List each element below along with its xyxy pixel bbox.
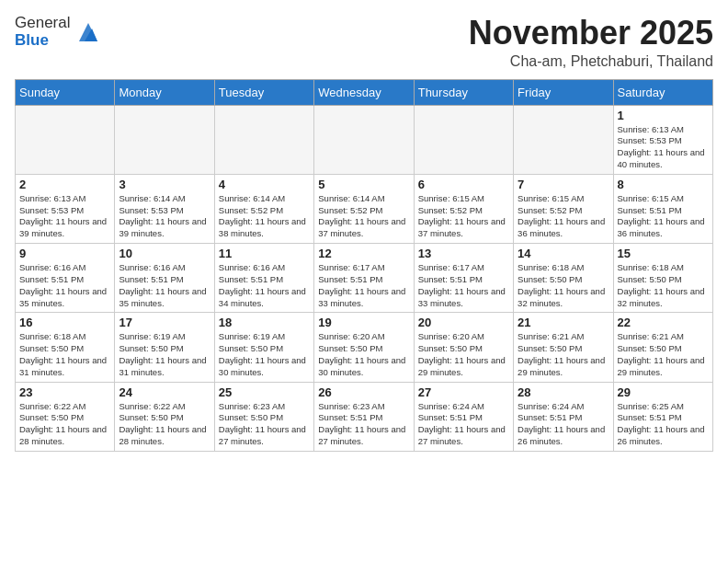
day-info: Sunrise: 6:19 AMSunset: 5:50 PMDaylight:…: [119, 331, 210, 378]
day-number: 21: [518, 316, 609, 329]
day-info: Sunrise: 6:15 AMSunset: 5:52 PMDaylight:…: [418, 193, 509, 240]
table-cell: 20Sunrise: 6:20 AMSunset: 5:50 PMDayligh…: [414, 313, 513, 382]
day-number: 28: [518, 385, 609, 399]
month-title: November 2025: [469, 15, 713, 52]
table-cell: [414, 105, 513, 174]
table-cell: 27Sunrise: 6:24 AMSunset: 5:51 PMDayligh…: [414, 382, 513, 451]
day-number: 13: [418, 247, 509, 260]
table-cell: 18Sunrise: 6:19 AMSunset: 5:50 PMDayligh…: [214, 313, 313, 382]
calendar-row-3: 9Sunrise: 6:16 AMSunset: 5:51 PMDaylight…: [16, 244, 713, 313]
table-cell: 15Sunrise: 6:18 AMSunset: 5:50 PMDayligh…: [613, 244, 712, 313]
calendar-row-5: 23Sunrise: 6:22 AMSunset: 5:50 PMDayligh…: [16, 382, 713, 451]
calendar-header-row: Sunday Monday Tuesday Wednesday Thursday…: [16, 79, 713, 105]
table-cell: [16, 105, 115, 174]
day-info: Sunrise: 6:23 AMSunset: 5:50 PMDaylight:…: [219, 401, 310, 448]
header-saturday: Saturday: [613, 79, 712, 105]
day-number: 4: [219, 178, 310, 191]
day-number: 16: [19, 316, 110, 329]
table-cell: 22Sunrise: 6:21 AMSunset: 5:50 PMDayligh…: [613, 313, 712, 382]
day-info: Sunrise: 6:14 AMSunset: 5:52 PMDaylight:…: [219, 193, 310, 240]
day-number: 15: [618, 247, 709, 260]
table-cell: 29Sunrise: 6:25 AMSunset: 5:51 PMDayligh…: [613, 382, 712, 451]
day-info: Sunrise: 6:20 AMSunset: 5:50 PMDaylight:…: [318, 331, 409, 378]
table-cell: 21Sunrise: 6:21 AMSunset: 5:50 PMDayligh…: [514, 313, 613, 382]
day-info: Sunrise: 6:23 AMSunset: 5:51 PMDaylight:…: [318, 401, 409, 448]
table-cell: 16Sunrise: 6:18 AMSunset: 5:50 PMDayligh…: [16, 313, 115, 382]
logo-icon: [75, 19, 101, 45]
header-tuesday: Tuesday: [214, 79, 313, 105]
calendar-row-4: 16Sunrise: 6:18 AMSunset: 5:50 PMDayligh…: [16, 313, 713, 382]
table-cell: [115, 105, 214, 174]
table-cell: 6Sunrise: 6:15 AMSunset: 5:52 PMDaylight…: [414, 174, 513, 243]
day-number: 7: [518, 178, 609, 191]
header-wednesday: Wednesday: [314, 79, 414, 105]
day-info: Sunrise: 6:13 AMSunset: 5:53 PMDaylight:…: [19, 193, 110, 240]
day-info: Sunrise: 6:18 AMSunset: 5:50 PMDaylight:…: [19, 331, 110, 378]
title-section: November 2025 Cha-am, Phetchaburi, Thail…: [469, 15, 713, 70]
day-info: Sunrise: 6:24 AMSunset: 5:51 PMDaylight:…: [518, 401, 609, 448]
day-info: Sunrise: 6:14 AMSunset: 5:52 PMDaylight:…: [318, 193, 409, 240]
day-number: 8: [618, 178, 709, 191]
table-cell: 26Sunrise: 6:23 AMSunset: 5:51 PMDayligh…: [314, 382, 414, 451]
table-cell: [214, 105, 313, 174]
day-number: 11: [219, 247, 310, 260]
day-number: 20: [418, 316, 509, 329]
day-number: 25: [219, 385, 310, 399]
day-info: Sunrise: 6:15 AMSunset: 5:51 PMDaylight:…: [618, 193, 709, 240]
header-sunday: Sunday: [16, 79, 115, 105]
table-cell: [514, 105, 613, 174]
day-info: Sunrise: 6:20 AMSunset: 5:50 PMDaylight:…: [418, 331, 509, 378]
table-cell: [314, 105, 414, 174]
page-header: General Blue November 2025 Cha-am, Phetc…: [15, 15, 713, 70]
header-friday: Friday: [514, 79, 613, 105]
day-number: 27: [418, 385, 509, 399]
day-number: 26: [318, 385, 409, 399]
day-number: 2: [19, 178, 110, 191]
table-cell: 7Sunrise: 6:15 AMSunset: 5:52 PMDaylight…: [514, 174, 613, 243]
day-info: Sunrise: 6:22 AMSunset: 5:50 PMDaylight:…: [19, 401, 110, 448]
day-number: 1: [618, 109, 709, 122]
day-number: 18: [219, 316, 310, 329]
calendar-table: Sunday Monday Tuesday Wednesday Thursday…: [15, 79, 713, 452]
calendar-row-1: 1Sunrise: 6:13 AMSunset: 5:53 PMDaylight…: [16, 105, 713, 174]
day-number: 29: [618, 385, 709, 399]
table-cell: 17Sunrise: 6:19 AMSunset: 5:50 PMDayligh…: [115, 313, 214, 382]
table-cell: 24Sunrise: 6:22 AMSunset: 5:50 PMDayligh…: [115, 382, 214, 451]
day-info: Sunrise: 6:24 AMSunset: 5:51 PMDaylight:…: [418, 401, 509, 448]
header-thursday: Thursday: [414, 79, 513, 105]
day-info: Sunrise: 6:18 AMSunset: 5:50 PMDaylight:…: [518, 262, 609, 309]
table-cell: 25Sunrise: 6:23 AMSunset: 5:50 PMDayligh…: [214, 382, 313, 451]
day-number: 3: [119, 178, 210, 191]
day-number: 24: [119, 385, 210, 399]
table-cell: 8Sunrise: 6:15 AMSunset: 5:51 PMDaylight…: [613, 174, 712, 243]
location-title: Cha-am, Phetchaburi, Thailand: [469, 53, 713, 70]
calendar-row-2: 2Sunrise: 6:13 AMSunset: 5:53 PMDaylight…: [16, 174, 713, 243]
table-cell: 23Sunrise: 6:22 AMSunset: 5:50 PMDayligh…: [16, 382, 115, 451]
table-cell: 14Sunrise: 6:18 AMSunset: 5:50 PMDayligh…: [514, 244, 613, 313]
day-info: Sunrise: 6:21 AMSunset: 5:50 PMDaylight:…: [518, 331, 609, 378]
day-number: 22: [618, 316, 709, 329]
table-cell: 10Sunrise: 6:16 AMSunset: 5:51 PMDayligh…: [115, 244, 214, 313]
table-cell: 19Sunrise: 6:20 AMSunset: 5:50 PMDayligh…: [314, 313, 414, 382]
table-cell: 28Sunrise: 6:24 AMSunset: 5:51 PMDayligh…: [514, 382, 613, 451]
table-cell: 2Sunrise: 6:13 AMSunset: 5:53 PMDaylight…: [16, 174, 115, 243]
table-cell: 1Sunrise: 6:13 AMSunset: 5:53 PMDaylight…: [613, 105, 712, 174]
table-cell: 13Sunrise: 6:17 AMSunset: 5:51 PMDayligh…: [414, 244, 513, 313]
day-info: Sunrise: 6:16 AMSunset: 5:51 PMDaylight:…: [119, 262, 210, 309]
day-info: Sunrise: 6:17 AMSunset: 5:51 PMDaylight:…: [318, 262, 409, 309]
day-info: Sunrise: 6:25 AMSunset: 5:51 PMDaylight:…: [618, 401, 709, 448]
day-number: 6: [418, 178, 509, 191]
day-number: 17: [119, 316, 210, 329]
day-number: 19: [318, 316, 409, 329]
day-number: 23: [19, 385, 110, 399]
logo-general: General: [15, 15, 70, 32]
day-number: 14: [518, 247, 609, 260]
table-cell: 11Sunrise: 6:16 AMSunset: 5:51 PMDayligh…: [214, 244, 313, 313]
table-cell: 5Sunrise: 6:14 AMSunset: 5:52 PMDaylight…: [314, 174, 414, 243]
day-info: Sunrise: 6:16 AMSunset: 5:51 PMDaylight:…: [219, 262, 310, 309]
day-info: Sunrise: 6:16 AMSunset: 5:51 PMDaylight:…: [19, 262, 110, 309]
table-cell: 9Sunrise: 6:16 AMSunset: 5:51 PMDaylight…: [16, 244, 115, 313]
day-info: Sunrise: 6:21 AMSunset: 5:50 PMDaylight:…: [618, 331, 709, 378]
table-cell: 4Sunrise: 6:14 AMSunset: 5:52 PMDaylight…: [214, 174, 313, 243]
table-cell: 3Sunrise: 6:14 AMSunset: 5:53 PMDaylight…: [115, 174, 214, 243]
